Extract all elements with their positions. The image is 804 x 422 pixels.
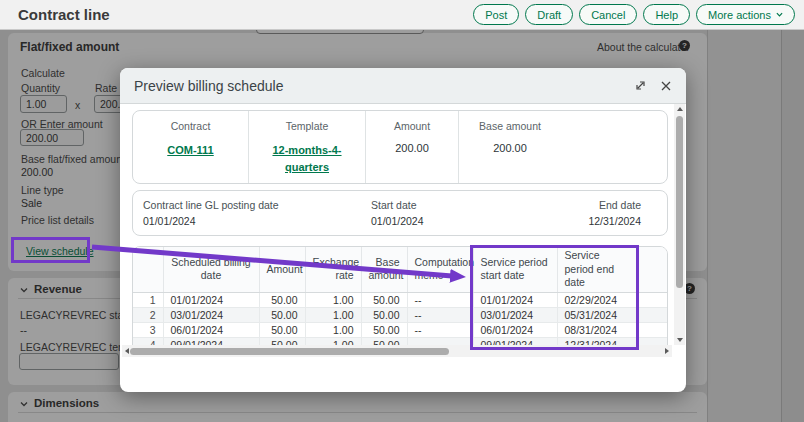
scroll-left-arrow-icon[interactable] bbox=[125, 348, 129, 354]
table-cell: 50.00 bbox=[361, 292, 407, 307]
table-cell: 01/01/2024 bbox=[473, 292, 557, 307]
preview-billing-schedule-modal: Preview billing schedule Contract COM-11… bbox=[120, 68, 686, 392]
gl-posting-date-field: Contract line GL posting date 01/01/2024 bbox=[143, 199, 279, 227]
dates-card: Contract line GL posting date 01/01/2024… bbox=[132, 190, 668, 236]
table-cell: 3 bbox=[133, 322, 163, 337]
scroll-right-arrow-icon[interactable] bbox=[665, 348, 669, 354]
table-cell: -- bbox=[407, 292, 473, 307]
table-cell: 02/29/2024 bbox=[557, 292, 638, 307]
summary-template: Template 12-months-4-quarters bbox=[249, 111, 366, 183]
expand-icon[interactable] bbox=[634, 79, 647, 92]
table-row: 101/01/202450.001.0050.00--01/01/202402/… bbox=[133, 292, 668, 307]
table-cell-filler bbox=[638, 292, 668, 307]
contract-link[interactable]: COM-111 bbox=[145, 142, 237, 159]
horizontal-scrollbar-thumb[interactable] bbox=[130, 348, 449, 355]
table-cell: 06/01/2024 bbox=[473, 322, 557, 337]
summary-contract: Contract COM-111 bbox=[133, 111, 249, 183]
table-cell: 1.00 bbox=[305, 322, 361, 337]
table-row: 203/01/202450.001.0050.00--03/01/202405/… bbox=[133, 307, 668, 322]
table-cell: -- bbox=[407, 307, 473, 322]
table-cell: 05/31/2024 bbox=[557, 307, 638, 322]
table-cell: -- bbox=[407, 322, 473, 337]
end-date-field: End date 12/31/2024 bbox=[588, 199, 641, 227]
vertical-scrollbar-thumb[interactable] bbox=[676, 116, 683, 288]
table-cell: 03/01/2024 bbox=[163, 307, 259, 322]
billing-schedule-table: Scheduled billing date Amount Exchange r… bbox=[133, 247, 668, 350]
table-cell: 08/31/2024 bbox=[557, 322, 638, 337]
header-actions: Post Draft Cancel Help More actions bbox=[473, 4, 795, 25]
scroll-up-arrow-icon[interactable] bbox=[677, 107, 683, 111]
summary-base-amount: Base amount 200.00 bbox=[459, 111, 561, 183]
table-cell: 01/01/2024 bbox=[163, 292, 259, 307]
table-cell: 50.00 bbox=[361, 322, 407, 337]
modal-title: Preview billing schedule bbox=[134, 78, 283, 94]
table-cell: 50.00 bbox=[361, 307, 407, 322]
start-date-field: Start date 01/01/2024 bbox=[371, 199, 424, 227]
summary-card: Contract COM-111 Template 12-months-4-qu… bbox=[132, 110, 668, 184]
page-header: Contract line Post Draft Cancel Help Mor… bbox=[0, 0, 804, 30]
table-cell: 06/01/2024 bbox=[163, 322, 259, 337]
table-header-row: Scheduled billing date Amount Exchange r… bbox=[133, 247, 668, 292]
table-cell: 50.00 bbox=[259, 292, 305, 307]
page-title: Contract line bbox=[18, 6, 110, 23]
billing-schedule-table-card: Scheduled billing date Amount Exchange r… bbox=[132, 246, 668, 350]
table-cell: 2 bbox=[133, 307, 163, 322]
table-cell: 1.00 bbox=[305, 292, 361, 307]
chevron-down-icon bbox=[776, 11, 783, 18]
template-link[interactable]: 12-months-4-quarters bbox=[261, 142, 353, 176]
scroll-down-arrow-icon[interactable] bbox=[677, 338, 683, 342]
table-cell: 1 bbox=[133, 292, 163, 307]
screen: Flat/fixed amount About the calculator ?… bbox=[0, 0, 804, 422]
table-cell: 50.00 bbox=[259, 322, 305, 337]
table-cell-filler bbox=[638, 322, 668, 337]
summary-amount: Amount 200.00 bbox=[366, 111, 459, 183]
table-cell-filler bbox=[638, 307, 668, 322]
cancel-button[interactable]: Cancel bbox=[579, 4, 637, 25]
table-row: 306/01/202450.001.0050.00--06/01/202408/… bbox=[133, 322, 668, 337]
table-cell: 50.00 bbox=[259, 307, 305, 322]
close-icon[interactable] bbox=[660, 80, 672, 92]
modal-titlebar: Preview billing schedule bbox=[120, 68, 686, 104]
vertical-scrollbar[interactable] bbox=[674, 104, 685, 345]
more-actions-button[interactable]: More actions bbox=[696, 4, 795, 25]
post-button[interactable]: Post bbox=[473, 4, 519, 25]
help-button[interactable]: Help bbox=[643, 4, 690, 25]
horizontal-scrollbar[interactable] bbox=[122, 345, 672, 357]
table-cell: 03/01/2024 bbox=[473, 307, 557, 322]
table-cell: 1.00 bbox=[305, 307, 361, 322]
draft-button[interactable]: Draft bbox=[525, 4, 573, 25]
